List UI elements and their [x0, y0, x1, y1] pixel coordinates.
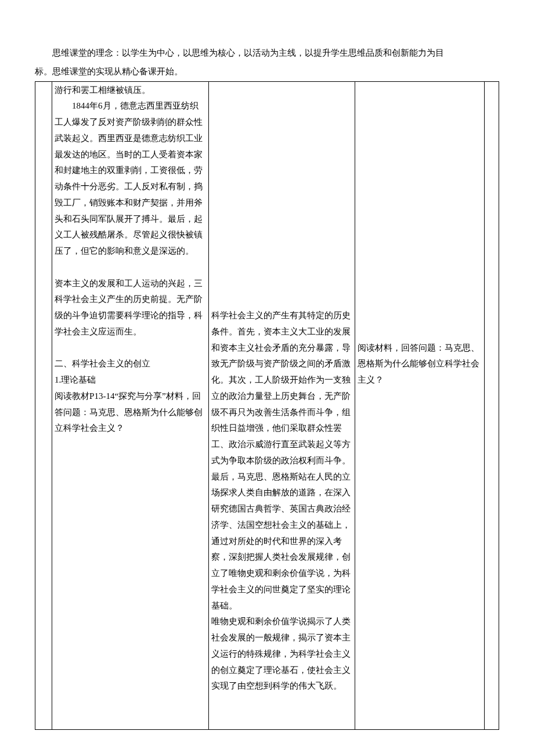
text-block: 科学社会主义的产生有其特定的历史条件。首先，资本主义大工业的发展和资本主义社会矛…	[211, 308, 353, 614]
spacer	[358, 82, 482, 340]
lesson-plan-table: 游行和罢工相继被镇压。 1844年6月，德意志西里西亚纺织工人爆发了反对资产阶级…	[35, 81, 499, 730]
text-block: 资本主义的发展和工人运动的兴起，三科学社会主义产生的历史前提。无产阶级的斗争迫切…	[55, 276, 206, 340]
section-heading: 二、科学社会主义的创立	[55, 356, 206, 372]
subheading: 1.理论基础	[55, 372, 206, 388]
spacer	[211, 82, 353, 308]
text-block: 1844年6月，德意志西里西亚纺织工人爆发了反对资产阶级剥削的群众性武装起义。西…	[55, 98, 206, 260]
spacer	[55, 340, 206, 357]
page-header-line1: 思维课堂的理念：以学生为中心，以思维为核心，以活动为主线，以提升学生思维品质和创…	[35, 45, 499, 62]
text-block: 阅读教材P13-14“探究与分享”材料，回答问题：马克思、恩格斯为什么能够创立科…	[55, 388, 206, 437]
spacer	[211, 694, 353, 727]
cell-col-a	[35, 81, 52, 729]
cell-col-b: 游行和罢工相继被镇压。 1844年6月，德意志西里西亚纺织工人爆发了反对资产阶级…	[52, 81, 209, 729]
cell-col-c: 科学社会主义的产生有其特定的历史条件。首先，资本主义大工业的发展和资本主义社会矛…	[208, 81, 355, 729]
spacer	[55, 260, 206, 276]
cell-col-e	[484, 81, 499, 729]
table-row: 游行和罢工相继被镇压。 1844年6月，德意志西里西亚纺织工人爆发了反对资产阶级…	[35, 81, 499, 729]
text-block: 唯物史观和剩余价值学说揭示了人类社会发展的一般规律，揭示了资本主义运行的特殊规律…	[211, 614, 353, 694]
page-header-line2: 标。思维课堂的实现从精心备课开始。	[35, 64, 499, 80]
text-block: 阅读材料，回答问题：马克思、恩格斯为什么能够创立科学社会主义？	[358, 340, 482, 388]
cell-col-d: 阅读材料，回答问题：马克思、恩格斯为什么能够创立科学社会主义？	[355, 81, 485, 729]
text-block: 游行和罢工相继被镇压。	[55, 82, 206, 99]
